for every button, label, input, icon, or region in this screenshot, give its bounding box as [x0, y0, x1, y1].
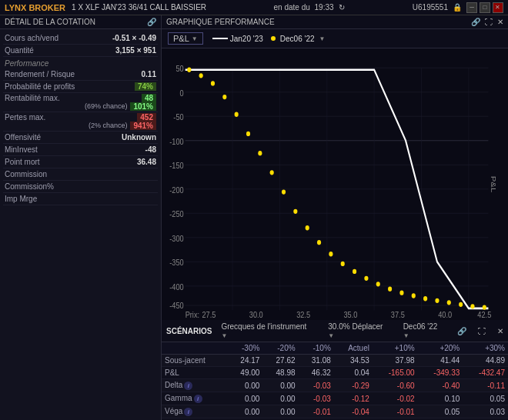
scenarios-link-icon[interactable]: 🔗	[457, 327, 466, 335]
pertes-sublabel: (2% chance)	[89, 122, 128, 130]
table-row: Gammai0.000.00-0.03-0.12-0.020.100.05	[162, 392, 508, 405]
date-dropdown: ▼	[403, 332, 409, 339]
svg-point-48	[399, 291, 403, 295]
col-header-p20: +20%	[418, 342, 463, 355]
account-id: U6195551	[413, 3, 448, 12]
offensite-value: Unknown	[122, 133, 156, 142]
svg-point-30	[187, 68, 191, 72]
rendement-row: Rendement / Risque 0.11	[3, 68, 158, 81]
svg-point-35	[246, 132, 250, 136]
table-row: Sous-jacent24.1727.6231.0834.5337.9841.4…	[162, 355, 508, 367]
info-icon[interactable]: i	[184, 382, 192, 390]
pertes-value2: 941%	[130, 122, 156, 130]
scenarios-panel: SCÉNARIOS Grecques de l'instrument ▼ 30.…	[162, 320, 508, 420]
link-icon[interactable]: 🔗	[147, 18, 156, 26]
svg-point-41	[317, 240, 321, 245]
left-panel-content: Cours ach/vend -0.51 × -0.49 Quantité 3,…	[0, 29, 161, 420]
main-layout: DÉTAIL DE LA COTATION 🔗 Cours ach/vend -…	[0, 15, 508, 420]
cell-value: 41.44	[418, 355, 463, 367]
cell-value: 48.98	[262, 367, 298, 379]
svg-point-51	[435, 298, 439, 303]
cours-value: -0.51 × -0.49	[112, 34, 156, 42]
svg-point-33	[222, 95, 226, 99]
cell-value: -0.01	[299, 405, 334, 418]
svg-text:40.0: 40.0	[438, 311, 452, 320]
commission-row: Commission	[3, 168, 158, 181]
svg-text:30.0: 30.0	[249, 311, 263, 320]
quantite-value: 3,155 × 951	[115, 46, 156, 55]
cell-value: -349.33	[418, 367, 463, 379]
cell-value: -0.03	[299, 392, 334, 405]
move-dropdown: ▼	[328, 332, 334, 339]
rentabilite-label: Rentabilité max.	[5, 94, 60, 102]
rendement-label: Rendement / Risque	[5, 70, 75, 78]
move-label: 30.0% Déplacer	[328, 322, 383, 331]
col-header-label	[162, 342, 227, 355]
chart-expand-icon[interactable]: ⛶	[485, 18, 493, 26]
scenarios-close-icon[interactable]: ✕	[497, 327, 503, 335]
cell-value: -0.12	[334, 392, 373, 405]
legend-dec-label: Dec06 '22	[280, 35, 315, 43]
legend-jan-label: Jan20 '23	[230, 35, 263, 43]
chart-header: GRAPHIQUE PERFORMANCE 🔗 ⛶ ✕	[162, 15, 508, 29]
chart-title: GRAPHIQUE PERFORMANCE	[166, 18, 275, 26]
cell-value: 0.04	[334, 367, 373, 379]
svg-text:35.0: 35.0	[343, 311, 357, 320]
rentabilite-row: Rentabilité max. 48 (69% chance) 101%	[3, 93, 158, 112]
svg-point-31	[199, 73, 203, 78]
cell-value: 34.53	[334, 355, 373, 367]
pnl-select[interactable]: P&L ▼	[168, 32, 203, 45]
window-controls: ─ □ ✕	[466, 2, 503, 13]
chart-link-icon[interactable]: 🔗	[471, 18, 480, 26]
cell-value: -165.00	[373, 367, 418, 379]
svg-text:-150: -150	[169, 161, 184, 170]
cell-value: 49.00	[227, 367, 262, 379]
pointmort-label: Point mort	[5, 158, 40, 166]
commission-label: Commission	[5, 170, 47, 178]
svg-text:0: 0	[180, 88, 184, 98]
close-button[interactable]: ✕	[493, 2, 503, 13]
refresh-icon[interactable]: ↻	[339, 3, 345, 12]
time-value: 19:33	[315, 3, 334, 12]
move-selector[interactable]: 30.0% Déplacer ▼	[328, 322, 387, 339]
chart-close-icon[interactable]: ✕	[497, 18, 503, 26]
svg-text:-50: -50	[173, 112, 184, 122]
commissionpct-label: Commission%	[5, 182, 54, 191]
pertes-row: Pertes max. 452 (2% chance) 941%	[3, 112, 158, 132]
cell-value: 44.89	[463, 355, 508, 367]
svg-point-38	[282, 189, 286, 194]
svg-text:-250: -250	[169, 209, 184, 218]
svg-text:-400: -400	[169, 282, 184, 292]
legend-dec-dot	[271, 36, 276, 41]
scenarios-expand-icon[interactable]: ⛶	[478, 327, 486, 335]
info-icon[interactable]: i	[184, 408, 192, 416]
svg-text:P&L: P&L	[490, 176, 497, 193]
cell-value: 0.00	[227, 379, 262, 392]
svg-text:-300: -300	[169, 234, 184, 243]
greeks-selector[interactable]: Grecques de l'instrument ▼	[221, 322, 309, 339]
minimize-button[interactable]: ─	[466, 2, 477, 13]
date-label: Dec06 '22	[403, 322, 438, 331]
quantite-row: Quantité 3,155 × 951	[3, 45, 158, 57]
probabilite-row: Probabilité de profits 74%	[3, 81, 158, 93]
broker-name: LYNX BROKER	[5, 3, 65, 12]
info-icon[interactable]: i	[194, 395, 202, 403]
date-selector[interactable]: Dec06 '22 ▼	[403, 322, 443, 339]
svg-text:32.5: 32.5	[296, 311, 310, 320]
pertes-value1: 452	[137, 113, 156, 122]
cell-value: -0.29	[334, 379, 373, 392]
rentabilite-value1: 48	[142, 94, 156, 102]
instrument-name: 1 X XLF JAN'23 36/41 CALL BAISSIER	[72, 3, 206, 12]
svg-point-54	[470, 304, 474, 308]
svg-point-37	[270, 170, 274, 175]
cell-value: 27.62	[262, 355, 298, 367]
cell-value: 0.00	[262, 392, 298, 405]
greeks-label: Grecques de l'instrument	[221, 322, 306, 331]
svg-point-50	[423, 296, 427, 301]
mininvest-value: -48	[145, 145, 156, 154]
col-header-p10: +10%	[373, 342, 418, 355]
restore-button[interactable]: □	[480, 2, 490, 13]
legend-dec-dropdown[interactable]: ▼	[319, 35, 326, 42]
svg-text:-350: -350	[169, 258, 184, 268]
pnl-dropdown-arrow: ▼	[192, 35, 198, 42]
